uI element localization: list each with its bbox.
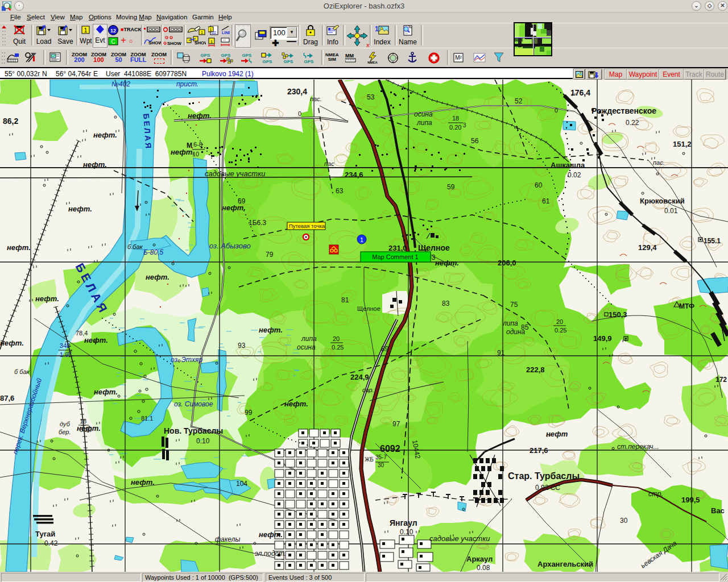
- svg-text:липа: липа: [416, 119, 432, 127]
- svg-text:199,5: 199,5: [681, 496, 700, 504]
- svg-text:0.20: 0.20: [80, 426, 92, 433]
- svg-text:пас.: пас.: [310, 95, 322, 102]
- svg-text:1: 1: [375, 25, 379, 33]
- svg-text:63: 63: [336, 187, 344, 195]
- svg-text:52: 52: [515, 97, 523, 105]
- svg-text:0.02: 0.02: [568, 171, 581, 179]
- svg-text:217,6: 217,6: [530, 446, 548, 455]
- svg-text:SHOW: SHOW: [167, 41, 181, 46]
- svg-text:GPS: GPS: [284, 59, 294, 64]
- svg-text:липа: липа: [502, 319, 518, 327]
- svg-text:0: 0: [298, 110, 301, 117]
- svg-text:0.92 СС: 0.92 СС: [535, 484, 560, 492]
- svg-text:б бак: б бак: [14, 368, 30, 375]
- svg-text:6092: 6092: [380, 444, 400, 454]
- svg-text:6-8: 6-8: [193, 141, 202, 148]
- svg-text:нефт.: нефт.: [94, 388, 118, 396]
- svg-text:SHOW: SHOW: [195, 40, 206, 45]
- svg-text:0.08: 0.08: [477, 564, 490, 572]
- svg-text:нефт.: нефт.: [131, 478, 155, 487]
- svg-text:0.10: 0.10: [196, 437, 210, 445]
- svg-text:нефт.: нефт.: [93, 131, 117, 139]
- svg-text:0: 0: [555, 107, 558, 114]
- svg-text:МТФ: МТФ: [679, 302, 694, 310]
- svg-text:ст.перекач...: ст.перекач...: [617, 443, 659, 451]
- svg-text:б.бак: б.бак: [127, 243, 143, 250]
- svg-text:Аркаул: Аркаул: [466, 555, 493, 563]
- svg-text:оз. Абызово: оз. Абызово: [209, 242, 251, 250]
- svg-text:пас: пас: [324, 160, 334, 167]
- svg-text:151,2: 151,2: [673, 140, 692, 148]
- svg-text:86,2: 86,2: [3, 117, 18, 126]
- svg-text:12: 12: [110, 28, 116, 34]
- svg-text:224,9: 224,9: [350, 373, 369, 381]
- svg-text:нефт.: нефт.: [259, 530, 283, 539]
- svg-text:GPS: GPS: [263, 59, 273, 64]
- svg-text:Янгаул: Янгаул: [390, 518, 417, 527]
- svg-text:0.25: 0.25: [332, 344, 344, 351]
- svg-text:56: 56: [471, 137, 479, 145]
- svg-text:0.42: 0.42: [44, 539, 58, 547]
- svg-text:MM: MM: [345, 53, 354, 59]
- svg-text:нефт.: нефт.: [146, 273, 169, 281]
- svg-text:осина: осина: [414, 110, 433, 118]
- svg-text:нефт: нефт: [546, 430, 568, 438]
- svg-text:бер.: бер.: [59, 429, 71, 435]
- svg-text:М: М: [187, 142, 192, 149]
- svg-text:дуб: дуб: [60, 421, 71, 427]
- svg-text:234,6: 234,6: [345, 171, 363, 179]
- svg-text:1Б6.3: 1Б6.3: [249, 219, 267, 227]
- svg-text:GPS: GPS: [242, 53, 253, 58]
- svg-text:91: 91: [497, 349, 505, 357]
- svg-text:GPS: GPS: [201, 53, 211, 58]
- svg-text:0.22: 0.22: [626, 119, 639, 127]
- svg-text:GPS: GPS: [304, 59, 315, 64]
- svg-text:C: C: [111, 39, 115, 45]
- svg-text:53: 53: [367, 93, 375, 101]
- svg-text:Вас: Вас: [711, 506, 725, 515]
- svg-text:18: 18: [452, 115, 459, 122]
- svg-text:99: 99: [245, 409, 253, 417]
- svg-text:75: 75: [510, 301, 518, 309]
- svg-text:129,4: 129,4: [638, 243, 657, 252]
- svg-text:230,4: 230,4: [287, 87, 307, 96]
- svg-text:SHOW: SHOW: [148, 40, 161, 45]
- svg-text:Крюковский: Крюковский: [640, 197, 685, 205]
- svg-text:149,9: 149,9: [593, 334, 612, 343]
- svg-text:18: 18: [80, 418, 86, 425]
- svg-text:нефт.: нефт.: [259, 326, 283, 334]
- svg-text:1: 1: [360, 236, 363, 243]
- svg-text:1: 1: [201, 31, 203, 35]
- svg-text:нефт.: нефт.: [84, 336, 108, 344]
- svg-text:оз. Симовое: оз. Симовое: [174, 400, 213, 408]
- svg-text:0.25: 0.25: [555, 327, 566, 334]
- svg-text:231,0: 231,0: [388, 244, 407, 252]
- svg-text:81.1: 81.1: [141, 415, 153, 422]
- svg-text:69: 69: [238, 197, 246, 205]
- svg-text:нефт.: нефт.: [7, 243, 31, 252]
- svg-text:LINE: LINE: [222, 31, 230, 35]
- svg-text:30: 30: [620, 517, 628, 525]
- svg-text:липа: липа: [301, 335, 317, 343]
- svg-text:нефт.: нефт.: [68, 205, 92, 213]
- svg-text:эл.подст.: эл.подст.: [255, 550, 286, 558]
- svg-text:Стар. Турбаслы: Стар. Турбаслы: [508, 471, 580, 481]
- svg-text:89: 89: [381, 345, 389, 353]
- svg-text:176,4: 176,4: [570, 88, 590, 97]
- svg-text:нефт.: нефт.: [188, 111, 212, 120]
- svg-text:30: 30: [378, 462, 384, 468]
- svg-text:0.20: 0.20: [449, 124, 461, 131]
- svg-text:Тугай: Тугай: [35, 530, 55, 538]
- svg-text:нефт.: нефт.: [83, 160, 107, 169]
- svg-text:Б-80,5: Б-80,5: [143, 248, 163, 256]
- svg-text:78,4: 78,4: [76, 330, 88, 336]
- svg-text:Ашкашла: Ашкашла: [551, 161, 585, 169]
- svg-text:0.10: 0.10: [400, 528, 413, 536]
- svg-text:садовые участки: садовые участки: [205, 169, 266, 178]
- svg-text:340: 340: [60, 342, 70, 349]
- svg-text:нефт.: нефт.: [0, 339, 24, 347]
- svg-text:Щелное: Щелное: [357, 305, 380, 312]
- svg-text:Архангельский: Архангельский: [537, 560, 593, 568]
- svg-text:104: 104: [236, 480, 247, 488]
- svg-text:GPS: GPS: [221, 53, 231, 58]
